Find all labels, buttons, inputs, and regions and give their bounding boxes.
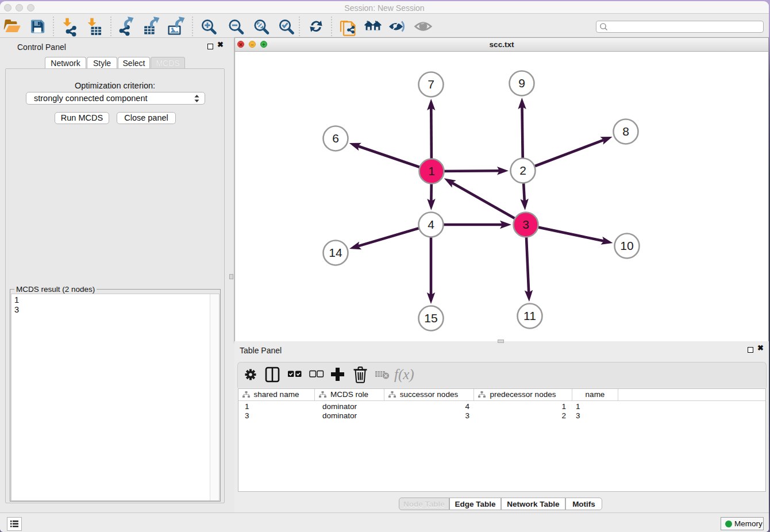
svg-text:15: 15 <box>424 311 437 325</box>
svg-text:7: 7 <box>428 78 434 91</box>
svg-text:4: 4 <box>428 218 434 231</box>
svg-text:9: 9 <box>518 76 525 90</box>
svg-text:6: 6 <box>332 132 339 145</box>
svg-text:f(x): f(x) <box>394 367 414 383</box>
svg-text:10: 10 <box>620 239 633 252</box>
svg-text:3: 3 <box>522 218 529 231</box>
svg-text:14: 14 <box>329 246 342 259</box>
svg-text:2: 2 <box>519 164 526 177</box>
svg-text:11: 11 <box>523 309 536 322</box>
svg-text:1: 1 <box>428 164 435 178</box>
svg-text:8: 8 <box>622 125 629 138</box>
